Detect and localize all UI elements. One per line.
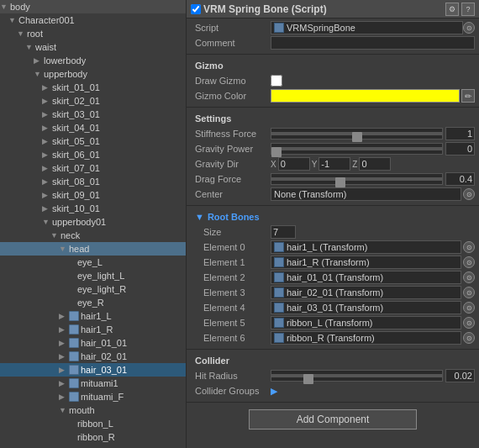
settings-icon[interactable]: ⚙ [445, 3, 459, 16]
component-enabled-checkbox[interactable] [191, 4, 201, 14]
tree-item-mituami1[interactable]: mituami1 [0, 377, 186, 390]
gravity-power-input[interactable] [445, 142, 475, 155]
gravity-dir-y[interactable] [318, 157, 350, 171]
arrow-character001[interactable] [8, 16, 18, 24]
arrow-skirt_06_01[interactable] [42, 150, 52, 159]
hit-radius-slider[interactable] [271, 370, 443, 382]
element-pick-btn-2[interactable]: ⊙ [463, 271, 475, 283]
tree-item-skirt_02_01[interactable]: skirt_02_01 [0, 94, 186, 108]
arrow-mituami1[interactable] [59, 379, 69, 387]
arrow-hair1_R[interactable] [59, 325, 69, 334]
help-icon[interactable]: ? [461, 3, 475, 16]
center-field[interactable]: None (Transform) [271, 187, 461, 201]
tree-item-hair_01_01[interactable]: hair_01_01 [0, 336, 186, 350]
arrow-waist[interactable] [25, 43, 35, 51]
arrow-skirt_02_01[interactable] [42, 97, 52, 105]
tree-item-skirt_09_01[interactable]: skirt_09_01 [0, 188, 186, 202]
tree-item-upperbody01[interactable]: upperbody01 [0, 215, 186, 229]
tree-item-hair_03_01[interactable]: hair_03_01 [0, 363, 186, 377]
script-field[interactable]: VRMSpringBone [271, 21, 463, 34]
tree-item-root[interactable]: root [0, 27, 186, 40]
arrow-skirt_09_01[interactable] [42, 191, 52, 199]
tree-item-eye_light_L[interactable]: eye_light_L [0, 269, 186, 282]
add-component-button[interactable]: Add Component [249, 409, 417, 430]
tree-item-skirt_05_01[interactable]: skirt_05_01 [0, 134, 186, 148]
tree-item-ribbon_R[interactable]: ribbon_R [0, 430, 186, 444]
element-pick-btn-5[interactable]: ⊙ [463, 317, 475, 329]
tree-item-neck[interactable]: neck [0, 229, 186, 242]
tree-item-lowerbody[interactable]: lowerbody [0, 54, 186, 67]
tree-item-skirt_01_01[interactable]: skirt_01_01 [0, 81, 186, 94]
root-bones-arrow[interactable]: ▼ [195, 212, 204, 222]
tree-item-skirt_07_01[interactable]: skirt_07_01 [0, 161, 186, 175]
tree-item-skirt_04_01[interactable]: skirt_04_01 [0, 121, 186, 134]
element-field-6[interactable]: ribbon_R (Transform) [271, 331, 461, 345]
arrow-hair_01_01[interactable] [59, 339, 69, 347]
comment-input[interactable] [271, 36, 475, 50]
tree-item-waist[interactable]: waist [0, 40, 186, 54]
tree-item-ribbon_L[interactable]: ribbon_L [0, 417, 186, 430]
arrow-root[interactable] [17, 29, 27, 38]
element-field-1[interactable]: hair1_R (Transform) [271, 256, 461, 269]
arrow-skirt_07_01[interactable] [42, 164, 52, 172]
element-pick-btn-1[interactable]: ⊙ [463, 256, 475, 268]
tree-item-hair1_R[interactable]: hair1_R [0, 323, 186, 336]
element-pick-btn-3[interactable]: ⊙ [463, 287, 475, 298]
arrow-skirt_04_01[interactable] [42, 124, 52, 132]
tree-item-hair1_L[interactable]: hair1_L [0, 309, 186, 323]
tree-item-eye_L[interactable]: eye_L [0, 256, 186, 269]
hit-radius-input[interactable] [445, 369, 475, 382]
element-field-5[interactable]: ribbon_L (Transform) [271, 316, 461, 329]
arrow-upperbody[interactable] [34, 70, 44, 78]
draw-gizmo-checkbox[interactable] [271, 75, 282, 87]
arrow-neck[interactable] [50, 231, 61, 240]
tree-item-skirt_10_01[interactable]: skirt_10_01 [0, 202, 186, 215]
gizmo-color-swatch[interactable] [271, 89, 460, 103]
stiffness-input[interactable] [445, 127, 475, 140]
element-field-4[interactable]: hair_03_01 (Transform) [271, 301, 461, 314]
arrow-head[interactable] [59, 245, 69, 253]
arrow-skirt_10_01[interactable] [42, 204, 52, 213]
gizmo-color-pick-btn[interactable]: ✏ [461, 89, 475, 103]
gravity-dir-z[interactable] [359, 157, 391, 171]
arrow-mouth[interactable] [59, 406, 69, 414]
element-field-3[interactable]: hair_02_01 (Transform) [271, 286, 461, 299]
tree-item-head[interactable]: head [0, 242, 186, 256]
element-field-2[interactable]: hair_01_01 (Transform) [271, 271, 461, 284]
tree-item-hair_02_01[interactable]: hair_02_01 [0, 350, 186, 363]
arrow-mituami_F[interactable] [59, 393, 69, 401]
gravity-power-slider[interactable] [271, 143, 443, 155]
arrow-body[interactable] [0, 3, 10, 11]
drag-force-input[interactable] [445, 172, 475, 186]
arrow-skirt_05_01[interactable] [42, 137, 52, 145]
element-pick-btn-6[interactable]: ⊙ [463, 332, 475, 344]
tree-item-skirt_08_01[interactable]: skirt_08_01 [0, 175, 186, 188]
arrow-hair1_L[interactable] [59, 312, 69, 320]
element-pick-btn-0[interactable]: ⊙ [463, 241, 475, 253]
tree-item-character001[interactable]: Character001 [0, 13, 186, 27]
tree-item-skirt_03_01[interactable]: skirt_03_01 [0, 108, 186, 121]
element-field-0[interactable]: hair1_L (Transform) [271, 240, 461, 254]
arrow-hair_03_01[interactable] [59, 366, 69, 374]
script-pick-btn[interactable]: ⊙ [463, 22, 475, 34]
tree-item-mouth[interactable]: mouth [0, 403, 186, 417]
arrow-hair_02_01[interactable] [59, 352, 69, 361]
tree-item-skirt_06_01[interactable]: skirt_06_01 [0, 148, 186, 161]
gravity-dir-x[interactable] [278, 157, 310, 171]
center-pick-btn[interactable]: ⊙ [463, 188, 475, 200]
tree-item-eye_light_R[interactable]: eye_light_R [0, 282, 186, 296]
tree-item-mituami_F[interactable]: mituami_F [0, 390, 186, 403]
drag-force-slider[interactable] [271, 173, 443, 185]
arrow-skirt_08_01[interactable] [42, 177, 52, 186]
arrow-lowerbody[interactable] [34, 56, 44, 65]
stiffness-slider[interactable] [271, 128, 443, 140]
arrow-upperbody01[interactable] [42, 218, 52, 226]
collider-groups-arrow[interactable]: ▶ [271, 386, 277, 397]
tree-item-eye_R[interactable]: eye_R [0, 296, 186, 309]
tree-item-upperbody[interactable]: upperbody [0, 67, 186, 81]
arrow-skirt_03_01[interactable] [42, 110, 52, 119]
tree-item-body[interactable]: body [0, 0, 186, 13]
arrow-skirt_01_01[interactable] [42, 83, 52, 92]
element-pick-btn-4[interactable]: ⊙ [463, 302, 475, 314]
size-input[interactable] [271, 225, 296, 239]
